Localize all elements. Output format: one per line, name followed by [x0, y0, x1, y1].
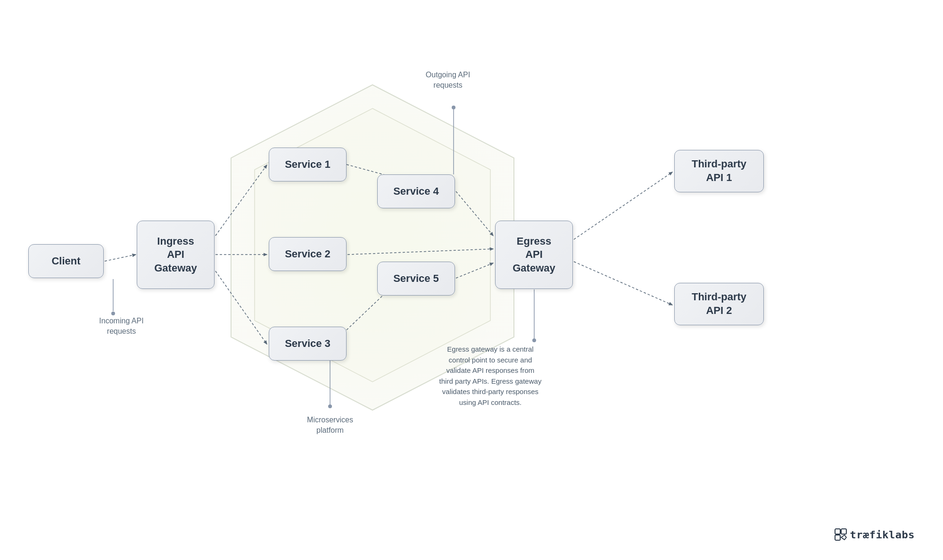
thirdparty1-label: Third-party API 1 [692, 157, 746, 184]
service3-node: Service 3 [269, 327, 347, 361]
thirdparty1-node: Third-party API 1 [674, 150, 764, 192]
ingress-label: Ingress API Gateway [154, 235, 197, 275]
service5-label: Service 5 [393, 272, 439, 286]
client-label: Client [51, 255, 80, 268]
service5-node: Service 5 [377, 262, 455, 296]
incoming-label: Incoming API requests [87, 316, 156, 337]
egress-label: Egress API Gateway [513, 235, 555, 275]
svg-rect-23 [835, 535, 840, 540]
ingress-node: Ingress API Gateway [137, 221, 215, 289]
thirdparty2-label: Third-party API 2 [692, 290, 746, 317]
service1-label: Service 1 [285, 158, 331, 172]
svg-line-11 [574, 172, 672, 239]
thirdparty2-node: Third-party API 2 [674, 283, 764, 325]
microservices-label: Microservicesplatform [292, 415, 368, 436]
diagram-container: Client Ingress API Gateway Service 1 Ser… [0, 0, 943, 560]
service4-label: Service 4 [393, 185, 439, 198]
svg-rect-21 [835, 529, 840, 534]
svg-point-14 [111, 312, 115, 315]
svg-line-2 [105, 255, 136, 261]
svg-rect-22 [841, 529, 846, 534]
service4-node: Service 4 [377, 174, 455, 208]
logo-text: træfiklabs [850, 529, 915, 541]
traefiklabs-icon [834, 528, 847, 541]
outgoing-label: Outgoing APIrequests [415, 70, 481, 91]
client-node: Client [28, 244, 104, 278]
svg-line-12 [574, 262, 672, 305]
service3-label: Service 3 [285, 337, 331, 351]
egress-description: Egress gateway is a central control poin… [438, 344, 542, 408]
service2-node: Service 2 [269, 237, 347, 271]
service2-label: Service 2 [285, 247, 331, 261]
logo: træfiklabs [834, 528, 915, 541]
service1-node: Service 1 [269, 148, 347, 181]
egress-node: Egress API Gateway [495, 221, 573, 289]
